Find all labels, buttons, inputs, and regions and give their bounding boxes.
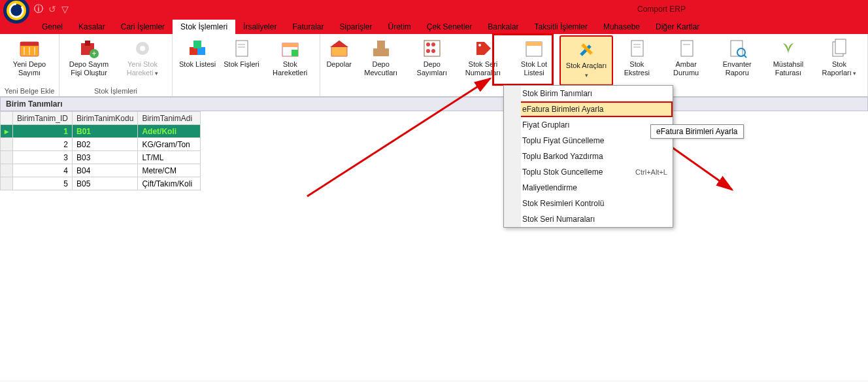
shield-icon[interactable]: ▽ bbox=[61, 4, 69, 14]
table-row[interactable]: ▸ 1 B01 Adet/Koli bbox=[1, 125, 201, 138]
stok-araclari-button[interactable]: Stok Araçları bbox=[559, 35, 613, 86]
doc2-icon bbox=[626, 38, 647, 59]
calendar-clip-icon bbox=[280, 38, 301, 59]
stok-seri-button[interactable]: Stok Seri Numaraları bbox=[458, 35, 509, 86]
svg-rect-42 bbox=[681, 41, 693, 56]
svg-rect-25 bbox=[373, 48, 381, 56]
info-icon[interactable]: ⓘ bbox=[34, 3, 43, 15]
stok-hareketleri-button[interactable]: Stok Hareketleri bbox=[263, 35, 317, 94]
depo-sayim-fisi-button[interactable]: + Depo Sayım Fişi Oluştur bbox=[62, 35, 116, 86]
stok-listesi-button[interactable]: Stok Listesi bbox=[175, 35, 220, 94]
boxes-icon bbox=[371, 38, 392, 59]
svg-point-34 bbox=[478, 44, 481, 46]
doc-icon bbox=[231, 38, 252, 59]
content-title: Birim Tanımları bbox=[0, 97, 868, 111]
menu-efatura-birimleri[interactable]: eFatura Birimleri Ayarla bbox=[504, 101, 673, 117]
cubes-icon bbox=[187, 38, 208, 59]
abacus-icon bbox=[422, 38, 442, 59]
menu-stok-seri[interactable]: Stok Seri Numaraları bbox=[504, 211, 673, 227]
box-plus-icon: + bbox=[78, 38, 99, 59]
ribbon-group-yenibelge: Yeni Depo Sayımı Yeni Belge Ekle bbox=[0, 34, 59, 96]
ambar-durumu-button[interactable]: Ambar Durumu bbox=[661, 35, 712, 86]
svg-rect-36 bbox=[526, 42, 542, 46]
tags-icon bbox=[473, 38, 493, 59]
table-row[interactable]: 2 B02 KG/Gram/Ton bbox=[1, 138, 201, 151]
grid-col-id[interactable]: BirimTanim_ID bbox=[13, 112, 73, 125]
mustahsil-button[interactable]: Müstahsil Faturası bbox=[763, 35, 814, 86]
grid-indicator-header bbox=[1, 112, 13, 125]
tab-irsaliyeler[interactable]: İrsaliyeler bbox=[235, 20, 284, 34]
tab-cari[interactable]: Cari İşlemler bbox=[113, 20, 173, 34]
svg-rect-22 bbox=[292, 50, 298, 56]
menu-maliyet[interactable]: Maliyetlendirme bbox=[504, 180, 673, 196]
yeni-depo-sayimi-button[interactable]: Yeni Depo Sayımı bbox=[3, 35, 56, 86]
stok-raporlari-button[interactable]: Stok Raporları bbox=[814, 35, 865, 86]
menu-stok-resim[interactable]: Stok Resimleri Kontrolü bbox=[504, 196, 673, 211]
grid-col-adi[interactable]: BirimTanimAdi bbox=[138, 112, 201, 125]
tab-genel[interactable]: Genel bbox=[34, 20, 71, 34]
svg-rect-27 bbox=[377, 41, 385, 48]
tab-diger[interactable]: Diğer Kartlar bbox=[648, 20, 707, 34]
svg-marker-33 bbox=[476, 42, 491, 55]
svg-rect-26 bbox=[381, 48, 389, 56]
stok-ekstresi-button[interactable]: Stok Ekstresi bbox=[613, 35, 661, 86]
svg-point-32 bbox=[431, 49, 435, 53]
svg-rect-16 bbox=[193, 41, 201, 48]
svg-rect-17 bbox=[236, 41, 248, 56]
svg-point-13 bbox=[140, 46, 145, 51]
ribbon-group-lists: Stok Listesi Stok Fişleri Stok Hareketle… bbox=[173, 34, 320, 96]
svg-rect-9 bbox=[85, 41, 90, 46]
menu-toplu-barkod[interactable]: Toplu Barkod Yazdırma bbox=[504, 149, 673, 164]
depolar-button[interactable]: Depolar bbox=[323, 35, 356, 86]
svg-marker-24 bbox=[330, 41, 348, 47]
tab-muhasebe[interactable]: Muhasebe bbox=[595, 20, 648, 34]
tab-stok[interactable]: Stok İşlemleri bbox=[173, 20, 235, 34]
menu-toplu-stok[interactable]: Toplu Stok Guncelleme Ctrl+Alt+L bbox=[504, 164, 673, 180]
svg-text:+: + bbox=[92, 49, 96, 58]
table-row[interactable]: 4 B04 Metre/CM bbox=[1, 164, 201, 177]
plant-icon bbox=[778, 38, 799, 59]
tab-taksit[interactable]: Taksitli İşlemler bbox=[527, 20, 595, 34]
envanter-raporu-button[interactable]: Envanter Raporu bbox=[712, 35, 763, 86]
docs-icon bbox=[829, 38, 850, 59]
data-grid[interactable]: BirimTanim_ID BirimTanimKodu BirimTanimA… bbox=[0, 111, 201, 190]
doc-mag-icon bbox=[727, 38, 748, 59]
app-logo[interactable] bbox=[2, 0, 31, 25]
svg-rect-39 bbox=[631, 41, 643, 56]
tab-bankalar[interactable]: Bankalar bbox=[480, 20, 526, 34]
row-marker: ▸ bbox=[1, 125, 13, 138]
tools-icon bbox=[576, 39, 597, 60]
ribbon-tabs: Genel Kasalar Cari İşlemler Stok İşlemle… bbox=[0, 18, 868, 34]
menu-fiyat-gruplari[interactable]: Fiyat Grupları bbox=[504, 117, 673, 133]
depo-sayimlari-button[interactable]: Depo Sayımları bbox=[407, 35, 458, 86]
grid-col-kod[interactable]: BirimTanimKodu bbox=[73, 112, 138, 125]
gear-icon bbox=[132, 38, 153, 59]
tab-kasalar[interactable]: Kasalar bbox=[71, 20, 113, 34]
table-row[interactable]: 5 B05 Çift/Takım/Koli bbox=[1, 177, 201, 190]
svg-rect-4 bbox=[20, 42, 39, 46]
menu-stok-birim[interactable]: ⚖ Stok Birim Tanımları bbox=[504, 86, 673, 101]
tab-siparisler[interactable]: Siparişler bbox=[331, 20, 380, 34]
tab-faturalar[interactable]: Faturalar bbox=[284, 20, 331, 34]
svg-line-46 bbox=[744, 55, 746, 58]
titlebar: ⓘ ↺ ▽ Comport ERP bbox=[0, 0, 868, 18]
menu-toplu-fiyat[interactable]: Toplu Fiyat Güncelleme bbox=[504, 133, 673, 149]
svg-rect-48 bbox=[835, 39, 846, 54]
svg-rect-28 bbox=[424, 41, 440, 56]
house-icon bbox=[329, 38, 350, 59]
refresh-icon[interactable]: ↺ bbox=[48, 4, 56, 14]
app-title: Comport ERP bbox=[637, 5, 686, 14]
svg-point-31 bbox=[426, 49, 430, 53]
ribbon-group-stokislem: + Depo Sayım Fişi Oluştur Yeni Stok Hare… bbox=[59, 34, 173, 96]
yeni-stok-hareketi-button[interactable]: Yeni Stok Hareketi bbox=[116, 35, 169, 86]
table-row[interactable]: 3 B03 LT/ML bbox=[1, 151, 201, 164]
svg-point-29 bbox=[426, 43, 430, 46]
stok-lot-button[interactable]: Stok Lot Listesi bbox=[509, 35, 559, 86]
statusbar bbox=[0, 381, 868, 386]
depo-mevcutlari-button[interactable]: Depo Mevcutları bbox=[356, 35, 407, 86]
tab-uretim[interactable]: Üretim bbox=[380, 20, 419, 34]
tooltip: eFatura Birimleri Ayarla bbox=[650, 124, 744, 139]
ribbon: Yeni Depo Sayımı Yeni Belge Ekle + Depo … bbox=[0, 34, 868, 97]
tab-cek[interactable]: Çek Senetler bbox=[419, 20, 480, 34]
stok-fisleri-button[interactable]: Stok Fişleri bbox=[220, 35, 263, 94]
